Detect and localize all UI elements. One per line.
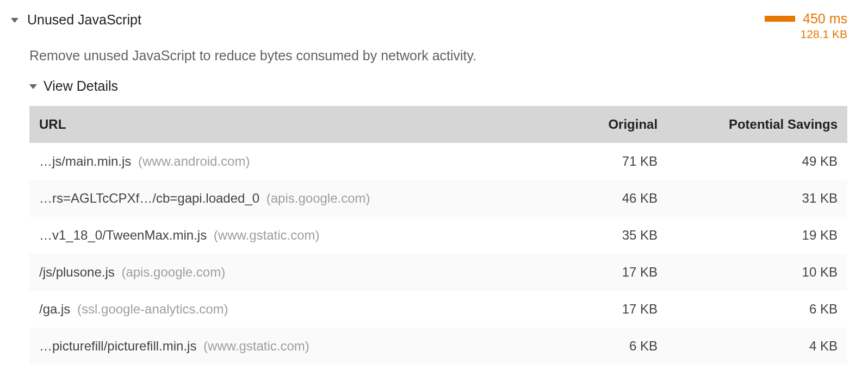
table-row[interactable]: /js/plusone.js (apis.google.com)17 KB10 …	[29, 254, 847, 291]
url-path: /js/plusone.js	[39, 265, 115, 279]
view-details-toggle[interactable]: View Details	[29, 78, 847, 94]
url-path: …picturefill/picturefill.min.js	[39, 339, 196, 353]
cell-url: …v1_18_0/TweenMax.min.js (www.gstatic.co…	[29, 217, 520, 254]
cell-original: 6 KB	[520, 328, 667, 365]
url-host: (www.gstatic.com)	[203, 339, 309, 353]
audit-title: Unused JavaScript	[27, 11, 765, 29]
col-header-savings[interactable]: Potential Savings	[667, 106, 847, 143]
cell-savings: 31 KB	[667, 180, 847, 217]
details-section: View Details URL Original Potential Savi…	[0, 65, 868, 365]
cell-original: 17 KB	[520, 291, 667, 328]
url-host: (apis.google.com)	[121, 265, 225, 279]
url-host: (ssl.google-analytics.com)	[77, 302, 228, 316]
col-header-original[interactable]: Original	[520, 106, 667, 143]
cell-original: 17 KB	[520, 254, 667, 291]
url-path: …v1_18_0/TweenMax.min.js	[39, 228, 207, 242]
audit-header: Unused JavaScript 450 ms 128.1 KB	[0, 11, 868, 41]
cell-url: …js/main.min.js (www.android.com)	[29, 143, 520, 180]
audit-collapse-toggle[interactable]	[11, 15, 18, 25]
table-header-row: URL Original Potential Savings	[29, 106, 847, 143]
url-path: …js/main.min.js	[39, 154, 131, 168]
view-details-label: View Details	[44, 78, 118, 94]
cell-url: /js/plusone.js (apis.google.com)	[29, 254, 520, 291]
cell-savings: 4 KB	[667, 328, 847, 365]
chevron-down-icon	[11, 18, 18, 23]
table-row[interactable]: …js/main.min.js (www.android.com)71 KB49…	[29, 143, 847, 180]
cell-url: …picturefill/picturefill.min.js (www.gst…	[29, 328, 520, 365]
chevron-down-icon	[29, 84, 37, 89]
col-header-url[interactable]: URL	[29, 106, 520, 143]
table-row[interactable]: …v1_18_0/TweenMax.min.js (www.gstatic.co…	[29, 217, 847, 254]
cell-savings: 19 KB	[667, 217, 847, 254]
cell-savings: 6 KB	[667, 291, 847, 328]
cell-url: /ga.js (ssl.google-analytics.com)	[29, 291, 520, 328]
audit-description: Remove unused JavaScript to reduce bytes…	[0, 41, 868, 65]
metric-bar	[765, 16, 795, 22]
cell-savings: 49 KB	[667, 143, 847, 180]
details-table-wrap: URL Original Potential Savings …js/main.…	[29, 106, 847, 365]
url-path: …rs=AGLTcCPXf…/cb=gapi.loaded_0	[39, 191, 259, 205]
url-host: (apis.google.com)	[266, 191, 370, 205]
cell-original: 35 KB	[520, 217, 667, 254]
table-row[interactable]: …picturefill/picturefill.min.js (www.gst…	[29, 328, 847, 365]
metric-time: 450 ms	[803, 11, 847, 27]
cell-savings: 10 KB	[667, 254, 847, 291]
table-row[interactable]: /ga.js (ssl.google-analytics.com)17 KB6 …	[29, 291, 847, 328]
metric-row: 450 ms	[765, 11, 847, 27]
url-host: (www.gstatic.com)	[214, 228, 320, 242]
url-path: /ga.js	[39, 302, 70, 316]
details-table: URL Original Potential Savings …js/main.…	[29, 106, 847, 365]
cell-url: …rs=AGLTcCPXf…/cb=gapi.loaded_0 (apis.go…	[29, 180, 520, 217]
metric-size: 128.1 KB	[801, 28, 847, 41]
table-row[interactable]: …rs=AGLTcCPXf…/cb=gapi.loaded_0 (apis.go…	[29, 180, 847, 217]
url-host: (www.android.com)	[138, 154, 250, 168]
cell-original: 71 KB	[520, 143, 667, 180]
audit-metrics: 450 ms 128.1 KB	[765, 11, 847, 41]
cell-original: 46 KB	[520, 180, 667, 217]
